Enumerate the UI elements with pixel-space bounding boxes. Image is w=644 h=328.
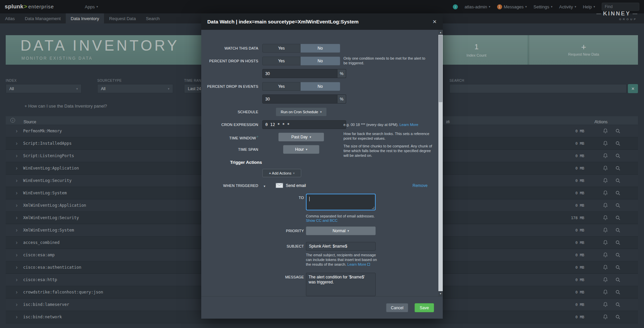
drop-hosts-no-button[interactable]: No	[301, 57, 340, 65]
time-span-value: Hour	[295, 147, 304, 152]
caret-down-icon: ▾	[347, 229, 349, 233]
drop-hosts-percent-input[interactable]	[262, 69, 337, 78]
drop-hosts-toggle: Yes No	[262, 57, 340, 65]
drop-hosts-helper: Only one condition needs to be met for t…	[343, 56, 429, 65]
schedule-label: SCHEDULE	[201, 108, 258, 116]
scrollbar-thumb[interactable]	[439, 35, 442, 102]
drop-hosts-label: PERCENT DROP IN HOSTS	[201, 57, 258, 65]
priority-label: PRIORITY	[201, 226, 304, 235]
save-button[interactable]: Save	[415, 303, 434, 312]
drop-hosts-percent-group: %	[262, 69, 346, 78]
drop-events-no-button[interactable]: No	[301, 82, 340, 91]
data-watch-modal: Data Watch | index=main sourcetype=XmlWi…	[201, 13, 443, 319]
priority-value: Normal	[332, 228, 345, 233]
priority-dropdown[interactable]: Normal ▾	[306, 226, 376, 235]
cancel-button[interactable]: Cancel	[386, 303, 408, 312]
text-cursor	[309, 197, 310, 201]
time-window-value: Past Day	[291, 135, 308, 139]
email-icon	[276, 183, 283, 188]
watch-this-data-label: WATCH THIS DATA	[201, 44, 258, 53]
subject-label: SUBJECT	[201, 242, 304, 251]
drop-events-percent-group: %	[262, 94, 346, 104]
drop-events-label: PERCENT DROP IN EVENTS	[201, 82, 258, 91]
drop-events-yes-button[interactable]: Yes	[262, 82, 301, 91]
time-window-dropdown[interactable]: Past Day ▾	[278, 133, 324, 141]
message-textarea[interactable]: The alert condition for '$name$' was tri…	[306, 273, 376, 296]
schedule-dropdown[interactable]: Run on Cron Schedule ▾	[276, 108, 327, 116]
screen: splunk > enterprise Apps ▾ i atlas-admin…	[0, 0, 644, 328]
scroll-down-icon[interactable]: ▼	[438, 291, 443, 296]
drop-events-toggle: Yes No	[262, 82, 340, 91]
watch-this-data-toggle: Yes No	[262, 44, 340, 53]
time-span-dropdown[interactable]: Hour ▾	[283, 145, 319, 154]
schedule-value: Run on Cron Schedule	[281, 110, 318, 114]
watch-yes-button[interactable]: Yes	[262, 44, 301, 53]
time-span-helper: The size of time chunks to be compared. …	[343, 144, 433, 158]
scroll-up-icon[interactable]: ▲	[438, 30, 443, 35]
percent-unit: %	[337, 94, 346, 104]
when-triggered-label: WHEN TRIGGERED	[201, 182, 258, 189]
to-helper: Comma separated list of email addresses.	[306, 214, 378, 218]
time-span-label: TIME SPAN	[201, 145, 258, 154]
remove-action-link[interactable]: Remove	[413, 183, 428, 188]
modal-header: Data Watch | index=main sourcetype=XmlWi…	[201, 13, 443, 30]
cron-expression-input[interactable]	[262, 120, 346, 129]
subject-input[interactable]	[306, 242, 376, 251]
caret-down-icon: ▾	[320, 110, 322, 114]
external-link-icon	[367, 263, 370, 266]
caret-down-icon: ▾	[293, 172, 295, 175]
drop-hosts-yes-button[interactable]: Yes	[262, 57, 301, 65]
close-icon[interactable]: ✕	[432, 19, 437, 25]
subject-learn-more-link[interactable]: Learn More	[347, 262, 370, 266]
watch-no-button[interactable]: No	[301, 44, 340, 53]
modal-scrollbar[interactable]: ▲ ▼	[438, 30, 443, 296]
time-window-helper: How far back the search looks. This sets…	[343, 131, 431, 141]
to-textarea[interactable]	[306, 194, 376, 210]
resize-grip[interactable]	[372, 207, 374, 209]
drop-events-percent-input[interactable]	[262, 94, 337, 104]
time-window-label: TIME WINDOW?	[201, 133, 258, 142]
to-label: TO	[201, 194, 304, 201]
show-cc-bcc-link[interactable]: Show CC and BCC	[306, 218, 337, 222]
cron-helper-text: e.g. 00 18 *** (every day at 6PM).	[343, 123, 398, 127]
send-email-action-label: Send email	[286, 183, 306, 188]
caret-down-icon: ▾	[310, 135, 311, 139]
expand-caret-icon[interactable]: ▾	[264, 184, 265, 188]
message-label: MESSAGE	[201, 273, 304, 281]
add-actions-label: + Add Actions	[269, 171, 291, 175]
add-actions-button[interactable]: + Add Actions ▾	[262, 169, 301, 177]
modal-footer: Cancel Save	[201, 296, 443, 319]
cron-learn-more-link[interactable]: Learn More	[399, 123, 418, 127]
caret-down-icon: ▾	[306, 148, 308, 151]
cron-expression-label: CRON EXPRESSION	[201, 120, 258, 129]
percent-unit: %	[337, 69, 346, 78]
subject-helper: The email subject, recipients and messag…	[306, 253, 378, 267]
trigger-actions-heading: Trigger Actions	[230, 160, 262, 165]
help-hint-icon[interactable]: ?	[257, 135, 258, 138]
cron-helper: e.g. 00 18 *** (every day at 6PM). Learn…	[343, 122, 441, 127]
modal-title: Data Watch | index=main sourcetype=XmlWi…	[207, 19, 359, 24]
